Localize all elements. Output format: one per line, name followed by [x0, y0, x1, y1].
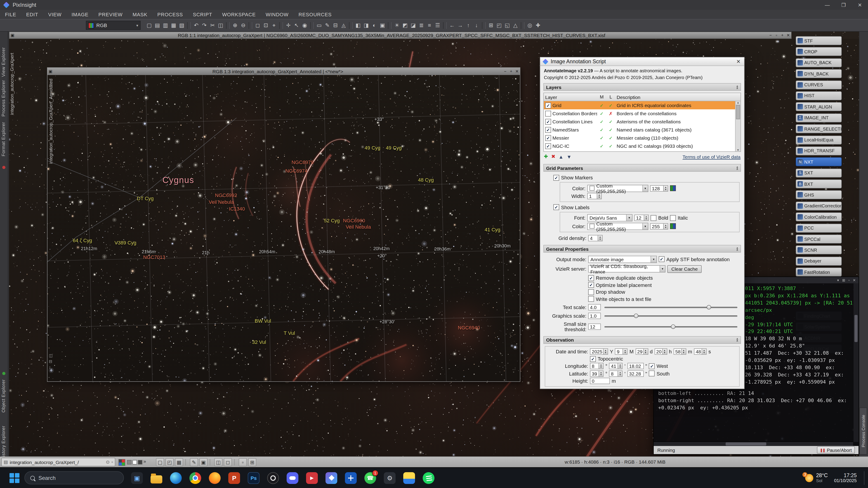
- process-icon-image_int[interactable]: ΣIMAGE_INT: [796, 113, 842, 122]
- inner-image-window-titlebar[interactable]: ▣ RGB 1:3 integration_autocrop_GraXpert_…: [48, 68, 520, 75]
- process-icon-stf[interactable]: STF: [796, 36, 842, 45]
- section-layers[interactable]: Layers∧∧: [544, 83, 741, 91]
- height-field[interactable]: 0: [590, 378, 610, 384]
- menu-workspace[interactable]: WORKSPACE: [217, 12, 261, 17]
- iconize-icon[interactable]: −: [502, 69, 508, 74]
- process-icon-ghs[interactable]: GHS: [796, 191, 842, 199]
- label-alpha-spinner[interactable]: 255▲▼: [650, 223, 668, 229]
- show-markers-checkbox[interactable]: [553, 175, 559, 181]
- spotify-icon[interactable]: [423, 471, 434, 484]
- select-mode-icon[interactable]: ↖: [292, 21, 301, 29]
- process-icon-scnr[interactable]: SCNR: [796, 246, 842, 255]
- print-icon[interactable]: ▧: [178, 21, 186, 29]
- minimize-icon[interactable]: —: [819, 0, 835, 10]
- layer-checkbox[interactable]: [545, 143, 551, 149]
- process-icon-localhistequa[interactable]: LocalHistEqua: [796, 135, 842, 144]
- dialog-close-icon[interactable]: ✕: [735, 59, 742, 64]
- section-grid-parameters[interactable]: Grid Parameters∧∧: [544, 164, 741, 172]
- explorer-tab-process[interactable]: Process Explorer: [1, 78, 7, 117]
- west-checkbox[interactable]: [649, 363, 655, 369]
- vizier-server-dropdown[interactable]: VizieR at CDS: Strasbourg, France▼: [588, 265, 665, 272]
- pan-mode-icon[interactable]: ✛: [284, 21, 292, 29]
- outer-image-window-titlebar[interactable]: ▣ RGB 1:1 integration_autocrop_GraXpert …: [9, 32, 792, 39]
- font-size-spinner[interactable]: 12▲▼: [634, 215, 649, 221]
- clear-cache-button[interactable]: Clear Cache: [667, 265, 702, 273]
- explorer-tab-view[interactable]: View Explorer: [1, 41, 7, 77]
- layer-row-constellation-borders[interactable]: Constellation Borders✓✗Borders of the co…: [544, 109, 736, 118]
- longitude-sec-field[interactable]: 18.02: [627, 363, 644, 369]
- redo-icon[interactable]: ↷: [200, 21, 209, 29]
- console-expand-icon[interactable]: ⊞: [842, 278, 845, 282]
- app-titlebar[interactable]: PixInsight — ❒ ✕: [0, 0, 868, 10]
- image-annotation-dialog[interactable]: Image Annotation Script ✕ AnnotateImage …: [540, 57, 745, 389]
- lut-16-icon[interactable]: ≡: [426, 21, 434, 29]
- menu-window[interactable]: WINDOW: [260, 12, 293, 17]
- preview-mode-icon[interactable]: ◬: [340, 21, 348, 29]
- maximize-icon[interactable]: ❒: [835, 0, 852, 10]
- tile-windows-icon[interactable]: ◰: [495, 21, 503, 29]
- console-vertical-scrollbar[interactable]: [854, 283, 859, 442]
- graphics-scale-slider[interactable]: [604, 313, 737, 319]
- process-icon-nxt[interactable]: NNXT: [796, 158, 842, 166]
- marker-alpha-spinner[interactable]: 128▲▼: [650, 185, 668, 191]
- hour-spinner[interactable]: 20▲▼: [654, 348, 667, 355]
- label-color-dropdown[interactable]: Custom (255,255,255) ▼: [587, 223, 648, 230]
- process-icon-debayer[interactable]: Debayer: [796, 257, 842, 266]
- explorer-tab-format[interactable]: Format Explorer: [1, 119, 7, 156]
- obs-icon[interactable]: [267, 471, 279, 484]
- photoshop-icon[interactable]: Ps: [248, 471, 259, 484]
- scroll-mini-icon[interactable]: ↕: [49, 365, 53, 369]
- office-icon[interactable]: [345, 471, 357, 484]
- menu-image[interactable]: IMAGE: [66, 12, 93, 17]
- small-size-threshold-value[interactable]: 12: [588, 324, 601, 330]
- small-size-threshold-slider[interactable]: [604, 324, 737, 330]
- readout-icon[interactable]: ◎: [526, 21, 534, 29]
- collapse-icon[interactable]: ∧∧: [736, 338, 738, 341]
- delete-preview-icon[interactable]: ⊟: [331, 21, 340, 29]
- option-checkbox-drop-shadow[interactable]: [588, 289, 594, 295]
- menu-mask[interactable]: MASK: [127, 12, 152, 17]
- track-view-icon[interactable]: ✚: [534, 21, 542, 29]
- grid-density-spinner[interactable]: 4▲▼: [588, 235, 602, 241]
- close-icon[interactable]: ✕: [852, 0, 868, 10]
- layer-row-namedstars[interactable]: NamedStars✓✓Named stars catalog (3671 ob…: [544, 126, 736, 134]
- process-icon-pcc[interactable]: PCC: [796, 223, 842, 232]
- process-icon-range_selection[interactable]: RANGE_SELECTION: [796, 124, 842, 133]
- option-checkbox-optimize-label-placement[interactable]: [588, 282, 594, 288]
- iconize-icon[interactable]: −: [768, 33, 774, 37]
- menu-preview[interactable]: PREVIEW: [93, 12, 127, 17]
- process-icon-curves[interactable]: CURVES: [796, 80, 842, 89]
- console-horizontal-scrollbar[interactable]: [654, 442, 853, 446]
- menu-file[interactable]: FILE: [0, 12, 21, 17]
- zoom-window-icon[interactable]: +: [779, 33, 785, 37]
- option-checkbox-remove-duplicate-objects[interactable]: [588, 275, 594, 281]
- zoom-window-icon[interactable]: +: [508, 69, 514, 74]
- collapse-icon[interactable]: ∧∧: [736, 166, 738, 170]
- layer-checkbox[interactable]: [545, 135, 551, 141]
- lut-8-icon[interactable]: ≣: [417, 21, 426, 29]
- color-picker-icon[interactable]: [670, 223, 676, 229]
- second-spinner[interactable]: 48▲▼: [694, 348, 707, 355]
- prev-image-icon[interactable]: ←: [448, 21, 456, 29]
- chrome-icon[interactable]: [189, 471, 201, 484]
- menu-process[interactable]: PROCESS: [152, 12, 188, 17]
- statusbar-icon[interactable]: ⊞: [248, 458, 256, 466]
- discord-icon[interactable]: [287, 471, 298, 484]
- save-all-icon[interactable]: ▦: [169, 21, 178, 29]
- mask-enable-icon[interactable]: ◧: [354, 21, 362, 29]
- process-icon-colorcalibration[interactable]: ColorCalibration: [796, 213, 842, 222]
- save-image-icon[interactable]: ▥: [161, 21, 169, 29]
- stf-auto-icon[interactable]: ◩: [401, 21, 409, 29]
- show-desktop-button[interactable]: [864, 471, 865, 485]
- window-menu-icon[interactable]: ▣: [9, 33, 16, 37]
- statusbar-icon[interactable]: ▢: [156, 458, 164, 466]
- process-icon-hdr_transf[interactable]: HDR_TRANSF: [796, 147, 842, 156]
- copy-icon[interactable]: ◫: [217, 21, 225, 29]
- menu-resources[interactable]: RESOURCES: [293, 12, 337, 17]
- statusbar-icon[interactable]: ▣: [199, 458, 208, 466]
- taskbar-search[interactable]: Search: [24, 471, 124, 484]
- shade-icon[interactable]: ▫: [774, 33, 779, 37]
- expand-windows-icon[interactable]: △: [511, 21, 520, 29]
- tab-menu-icon[interactable]: ▫: [112, 459, 113, 464]
- collapse-icon[interactable]: ∧∧: [736, 247, 738, 251]
